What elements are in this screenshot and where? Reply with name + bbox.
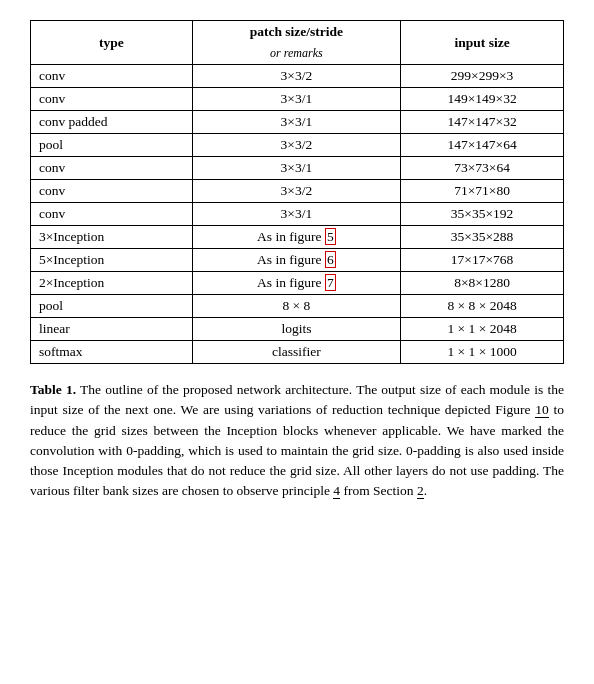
figure-ref-highlight: 7 [325, 274, 336, 291]
table-caption: Table 1. The outline of the proposed net… [30, 380, 564, 502]
cell-input: 8 × 8 × 2048 [401, 295, 564, 318]
cell-type: 5×Inception [31, 249, 193, 272]
cell-input: 299×299×3 [401, 65, 564, 88]
cell-type: conv [31, 88, 193, 111]
col-header-patch-sub: or remarks [192, 43, 400, 65]
caption-ref10[interactable]: 10 [535, 402, 549, 418]
cell-input: 17×17×768 [401, 249, 564, 272]
cell-type: conv [31, 203, 193, 226]
col-header-input: input size [401, 21, 564, 65]
cell-input: 71×71×80 [401, 180, 564, 203]
cell-type: 3×Inception [31, 226, 193, 249]
cell-patch: logits [192, 318, 400, 341]
table-row: conv3×3/135×35×192 [31, 203, 564, 226]
caption-ref2[interactable]: 2 [417, 483, 424, 499]
table-row: pool8 × 88 × 8 × 2048 [31, 295, 564, 318]
cell-patch: 3×3/2 [192, 134, 400, 157]
table-row: conv3×3/2299×299×3 [31, 65, 564, 88]
cell-patch: 3×3/1 [192, 111, 400, 134]
cell-type: conv [31, 180, 193, 203]
cell-input: 8×8×1280 [401, 272, 564, 295]
cell-input: 35×35×192 [401, 203, 564, 226]
cell-type: conv [31, 157, 193, 180]
table-row: softmaxclassifier1 × 1 × 1000 [31, 341, 564, 364]
figure-ref-highlight: 5 [325, 228, 336, 245]
cell-patch: As in figure 5 [192, 226, 400, 249]
cell-type: conv padded [31, 111, 193, 134]
cell-patch: 3×3/1 [192, 203, 400, 226]
col-header-type: type [31, 21, 193, 65]
caption-text1: The outline of the proposed network arch… [30, 382, 564, 417]
table-row: 2×InceptionAs in figure 78×8×1280 [31, 272, 564, 295]
cell-type: 2×Inception [31, 272, 193, 295]
cell-type: conv [31, 65, 193, 88]
network-architecture-table: type patch size/stride input size or rem… [30, 20, 564, 364]
cell-patch: classifier [192, 341, 400, 364]
table-row: conv3×3/271×71×80 [31, 180, 564, 203]
cell-patch: 3×3/1 [192, 157, 400, 180]
table-row: conv3×3/173×73×64 [31, 157, 564, 180]
cell-input: 1 × 1 × 1000 [401, 341, 564, 364]
cell-input: 147×147×64 [401, 134, 564, 157]
cell-type: softmax [31, 341, 193, 364]
cell-patch: 3×3/1 [192, 88, 400, 111]
cell-patch: As in figure 6 [192, 249, 400, 272]
cell-input: 73×73×64 [401, 157, 564, 180]
cell-input: 147×147×32 [401, 111, 564, 134]
table-row: linearlogits1 × 1 × 2048 [31, 318, 564, 341]
cell-type: pool [31, 134, 193, 157]
cell-patch: 3×3/2 [192, 65, 400, 88]
table-row: conv3×3/1149×149×32 [31, 88, 564, 111]
cell-patch: 3×3/2 [192, 180, 400, 203]
cell-type: linear [31, 318, 193, 341]
cell-input: 149×149×32 [401, 88, 564, 111]
cell-patch: As in figure 7 [192, 272, 400, 295]
cell-input: 1 × 1 × 2048 [401, 318, 564, 341]
table-row: 5×InceptionAs in figure 617×17×768 [31, 249, 564, 272]
cell-type: pool [31, 295, 193, 318]
figure-ref-highlight: 6 [325, 251, 336, 268]
table-row: pool3×3/2147×147×64 [31, 134, 564, 157]
cell-input: 35×35×288 [401, 226, 564, 249]
table-row: 3×InceptionAs in figure 535×35×288 [31, 226, 564, 249]
caption-text3: from Section [340, 483, 417, 498]
caption-label: Table 1. [30, 382, 76, 397]
col-header-patch-main: patch size/stride [192, 21, 400, 44]
table-row: conv padded3×3/1147×147×32 [31, 111, 564, 134]
caption-text4: . [424, 483, 427, 498]
cell-patch: 8 × 8 [192, 295, 400, 318]
